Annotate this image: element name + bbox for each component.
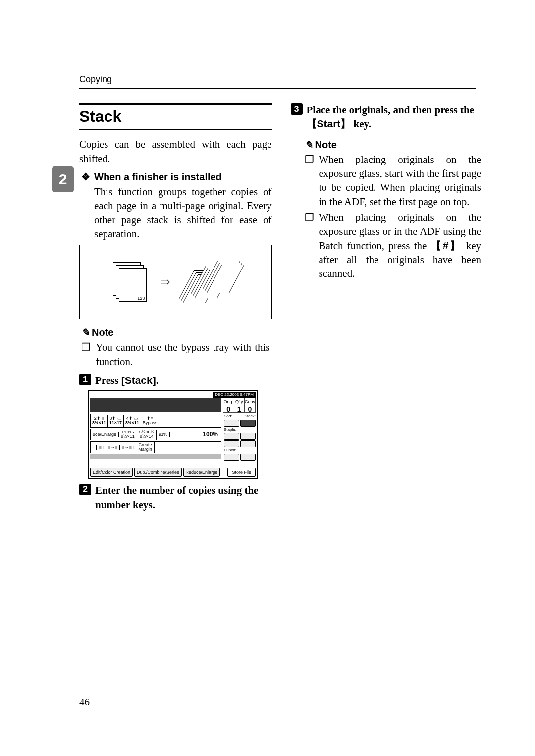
finisher-subhead-text: When a finisher is installed: [94, 170, 222, 184]
control-panel-screenshot: DEC 22,2003 8:47PM Orig.0 Q'ty1 Copy0 2⬍…: [88, 390, 258, 479]
note-bullet-icon: ❒: [305, 153, 314, 209]
step-number-3: 3: [291, 103, 303, 115]
step-3-text: Place the originals, and then press the …: [307, 103, 483, 131]
ss-datetime: DEC 22,2003 8:47PM: [213, 392, 256, 398]
stack-button[interactable]: [240, 420, 256, 427]
ss-layout-row: ◦ ▯▯ ▯→▯ ▯→▯▯ Create Margin: [90, 441, 221, 453]
note-heading-right: ✎Note: [305, 138, 483, 152]
step-2: 2 Enter the number of copies using the n…: [79, 484, 272, 512]
stack-illustration: 123 ⇨: [79, 245, 272, 319]
note-heading-left: ✎Note: [81, 326, 272, 339]
ss-btn-dup[interactable]: Dup./Combine/Series: [134, 468, 182, 477]
step-number-2: 2: [79, 484, 91, 495]
original-stack-icon: 123: [113, 262, 148, 302]
finisher-paragraph: This function groups together copies of …: [94, 185, 272, 241]
step-1: 1 Press [Stack].: [79, 374, 272, 387]
step-3: 3 Place the originals, and then press th…: [291, 103, 483, 131]
step-2-text: Enter the number of copies using the num…: [95, 484, 272, 512]
note-item-exposure-glass: ❒ When placing originals on the exposure…: [305, 153, 482, 209]
page: Copying 2 Stack Copies can be assembled …: [0, 0, 535, 756]
ss-btn-edit[interactable]: Edit/Color Creation: [90, 468, 133, 477]
ss-counter: Orig.0 Q'ty1 Copy0: [223, 398, 256, 413]
page-number: 46: [79, 695, 90, 709]
note-bullet-icon: ❒: [81, 340, 91, 369]
ss-zoom-row: uce/Enlarge 11×15 8½×11 5½×8½ 8½×14 93% …: [90, 429, 221, 440]
ss-paper-trays: 2⬍ ▯8½×11 3⬍ ▭11×17 4⬍ ▭8½×11 ⬍≡Bypass: [90, 414, 221, 428]
note-item-bypass: ❒ You cannot use the bypass tray with th…: [81, 340, 270, 369]
shifted-output-icon: [183, 260, 238, 304]
finisher-subhead: ❖ When a finisher is installed: [79, 170, 272, 184]
stack-lead: Copies can be assembled with each page s…: [79, 137, 272, 165]
ss-title-bar: [90, 398, 221, 412]
left-column: Stack Copies can be assembled with each …: [79, 103, 272, 514]
section-heading-stack: Stack: [79, 103, 272, 130]
right-column: 3 Place the originals, and then press th…: [291, 103, 483, 514]
step-1-text: Press [Stack].: [95, 374, 159, 387]
step-number-1: 1: [79, 374, 91, 385]
pencil-icon: ✎: [305, 138, 313, 152]
ss-btn-store-file[interactable]: Store File: [227, 468, 256, 477]
columns: Stack Copies can be assembled with each …: [79, 103, 483, 514]
ss-btn-reduce[interactable]: Reduce/Enlarge: [183, 468, 220, 477]
ss-finishing-options: Sort: Stack: Staple: Punch:: [224, 414, 256, 461]
note-bullet-icon: ❒: [305, 211, 314, 281]
diamond-icon: ❖: [81, 170, 90, 184]
pencil-icon: ✎: [81, 326, 90, 339]
note-item-batch: ❒ When placing originals on the exposure…: [305, 211, 482, 281]
ss-bottom-tabs: Edit/Color Creation Dup./Combine/Series …: [90, 468, 256, 477]
running-head: Copying: [79, 73, 476, 89]
chapter-tab: 2: [52, 166, 74, 192]
ss-slider: [90, 454, 221, 459]
arrow-right-icon: ⇨: [160, 274, 170, 290]
